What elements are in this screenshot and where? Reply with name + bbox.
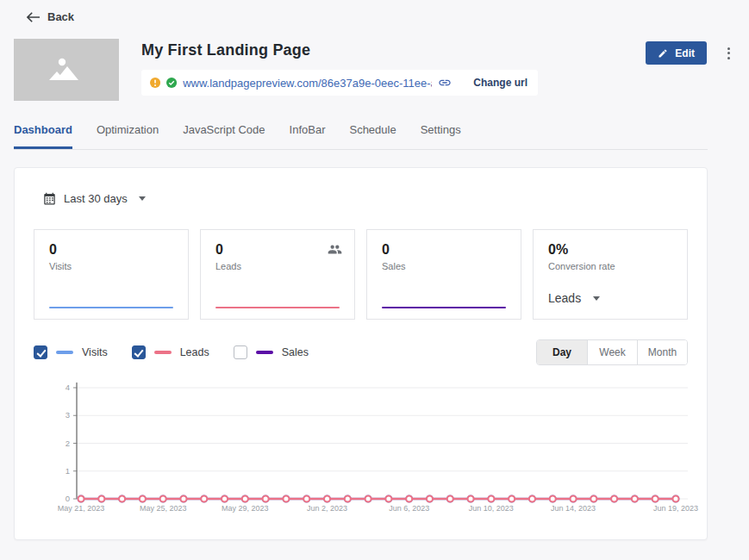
tab-optimization[interactable]: Optimization [97, 123, 159, 149]
leads-sparkline [215, 307, 340, 308]
svg-text:May 25, 2023: May 25, 2023 [140, 504, 187, 513]
svg-text:Jun 6, 2023: Jun 6, 2023 [389, 504, 429, 513]
people-icon [328, 242, 342, 260]
dashboard-panel: Last 30 days 0 Visits 0 Leads 0 Sales 0%… [14, 167, 708, 540]
analytics-chart: 01234May 21, 2023May 25, 2023May 29, 202… [34, 379, 688, 519]
granularity-day[interactable]: Day [537, 340, 587, 364]
svg-text:4: 4 [66, 383, 70, 392]
back-button[interactable]: Back [27, 10, 74, 23]
legend-sales[interactable]: Sales [234, 345, 309, 359]
svg-text:Jun 19, 2023: Jun 19, 2023 [653, 504, 698, 513]
visits-value: 0 [49, 242, 173, 258]
granularity-week[interactable]: Week [587, 340, 637, 364]
visits-legend-label: Visits [82, 346, 108, 358]
granularity-toggle: Day Week Month [536, 339, 688, 365]
conversion-metric-dropdown[interactable]: Leads [548, 291, 600, 305]
svg-text:2: 2 [66, 439, 70, 448]
pencil-icon [658, 48, 668, 59]
date-range-value: Last 30 days [64, 192, 128, 205]
sales-value: 0 [382, 242, 506, 258]
svg-text:1: 1 [66, 466, 70, 476]
page-header: My First Landing Page www.landpageprevie… [14, 39, 735, 101]
svg-text:3: 3 [66, 410, 70, 420]
stats-row: 0 Visits 0 Leads 0 Sales 0% Conversion r… [34, 229, 688, 320]
warning-icon [150, 77, 160, 89]
visits-sparkline [49, 307, 173, 308]
image-placeholder-icon [47, 56, 85, 84]
sales-label: Sales [382, 261, 506, 271]
edit-button[interactable]: Edit [646, 41, 707, 65]
page-title: My First Landing Page [141, 41, 646, 59]
tab-settings[interactable]: Settings [421, 123, 461, 149]
chart-container: 01234May 21, 2023May 25, 2023May 29, 202… [34, 379, 688, 519]
svg-text:May 29, 2023: May 29, 2023 [222, 504, 269, 513]
leads-color-swatch [154, 351, 172, 354]
calendar-icon [43, 192, 56, 205]
svg-text:0: 0 [66, 494, 70, 503]
sales-legend-label: Sales [282, 346, 309, 358]
stat-card-conversion: 0% Conversion rate Leads [533, 229, 688, 320]
chevron-down-icon [139, 196, 146, 201]
conversion-label: Conversion rate [548, 261, 672, 271]
tab-javascript-code[interactable]: JavaScript Code [183, 123, 265, 149]
leads-checkbox[interactable] [132, 345, 146, 359]
leads-label: Leads [215, 261, 340, 271]
chevron-down-icon [593, 296, 600, 301]
sales-color-swatch [256, 351, 273, 354]
edit-label: Edit [675, 47, 695, 59]
copy-link-icon[interactable] [438, 76, 452, 90]
tab-bar: Dashboard Optimization JavaScript Code I… [14, 123, 708, 150]
svg-text:Jun 2, 2023: Jun 2, 2023 [307, 504, 347, 513]
tab-schedule[interactable]: Schedule [349, 123, 396, 149]
granularity-month[interactable]: Month [637, 340, 687, 364]
svg-text:Jun 10, 2023: Jun 10, 2023 [469, 504, 514, 513]
visits-color-swatch [56, 351, 73, 354]
top-bar: Back [0, 0, 749, 23]
leads-legend-label: Leads [180, 346, 209, 358]
svg-text:Jun 14, 2023: Jun 14, 2023 [551, 504, 596, 513]
visits-checkbox[interactable] [34, 345, 47, 359]
more-options-button[interactable] [722, 42, 735, 65]
landing-page-url[interactable]: www.landpagepreview.com/86e37a9e-0eec-11… [183, 77, 432, 90]
stat-card-visits: 0 Visits [34, 229, 189, 320]
tab-dashboard[interactable]: Dashboard [14, 123, 72, 149]
change-url-link[interactable]: Change url [473, 77, 527, 89]
conversion-value: 0% [548, 242, 672, 258]
date-range-selector[interactable]: Last 30 days [43, 192, 688, 205]
visits-label: Visits [49, 261, 173, 271]
landing-page-thumbnail [14, 39, 119, 101]
tab-infobar[interactable]: InfoBar [290, 123, 326, 149]
legend-leads[interactable]: Leads [132, 345, 209, 359]
stat-card-sales: 0 Sales [366, 229, 521, 320]
verified-icon [166, 77, 177, 89]
sales-sparkline [382, 307, 506, 308]
legend-visits[interactable]: Visits [34, 345, 108, 359]
back-arrow-icon [27, 12, 40, 22]
sales-checkbox[interactable] [234, 345, 247, 359]
legend-row: Visits Leads Sales Day Week Month [34, 339, 688, 365]
url-bar: www.landpagepreview.com/86e37a9e-0eec-11… [141, 70, 538, 96]
leads-value: 0 [215, 242, 340, 258]
conversion-metric-value: Leads [548, 291, 581, 305]
svg-text:May 21, 2023: May 21, 2023 [58, 504, 105, 513]
stat-card-leads: 0 Leads [200, 229, 355, 320]
back-label: Back [47, 10, 74, 23]
